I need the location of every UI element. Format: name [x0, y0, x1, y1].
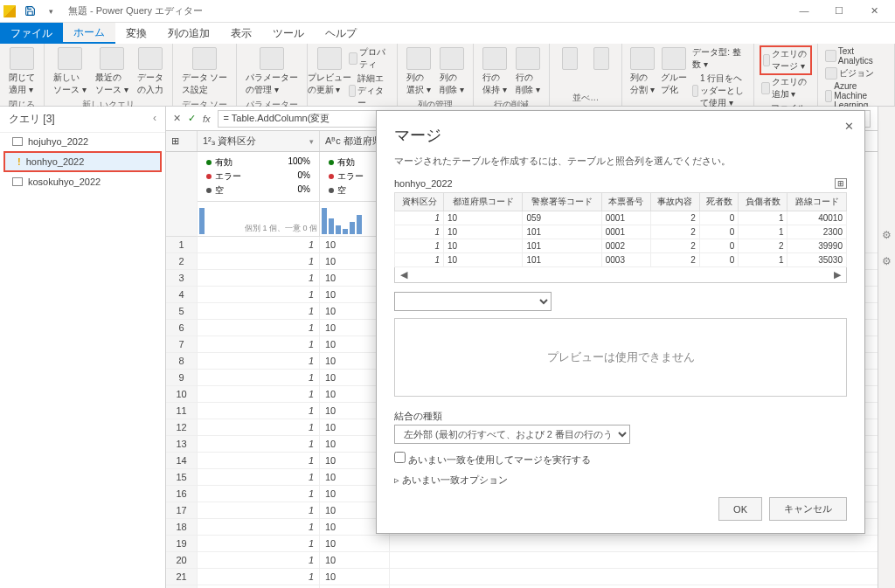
manage-params-button[interactable]: パラメーター の管理 ▾ [242, 45, 302, 98]
sort-asc-button[interactable] [555, 45, 585, 91]
close-step-icon[interactable]: ✕ [173, 113, 181, 124]
scroll-right-icon[interactable]: ▶ [834, 269, 841, 280]
close-button[interactable]: ✕ [857, 5, 892, 17]
properties-button[interactable]: プロパティ [347, 45, 392, 72]
enter-data-button[interactable]: データ の入力 [134, 45, 167, 98]
tab-transform[interactable]: 変換 [115, 23, 157, 44]
scroll-left-icon[interactable]: ◀ [400, 269, 407, 280]
dialog-source-name: honhyo_2022 ⊞ [394, 178, 847, 189]
settings-gear-icon[interactable]: ⚙ [882, 229, 892, 241]
fuzzy-checkbox[interactable]: あいまい一致を使用してマージを実行する [394, 454, 591, 465]
close-apply-button[interactable]: 閉じて 適用 ▾ [5, 45, 38, 98]
queries-panel: クエリ [3] ‹ hojuhyo_2022 !honhyo_2022 koso… [0, 107, 166, 588]
second-table-select[interactable] [394, 292, 552, 311]
sort-desc-button[interactable] [586, 45, 616, 91]
query-item-honhyo[interactable]: !honhyo_2022 [3, 151, 162, 172]
data-type-button[interactable]: データ型: 整数 ▾ [690, 45, 747, 72]
merge-dialog: ✕ マージ マージされたテーブルを作成するには、テーブルと照合列を選んでください… [376, 110, 865, 534]
group-sort: 並べ… [555, 91, 616, 104]
advanced-editor-button[interactable]: 詳細エディター [347, 72, 392, 110]
table-row[interactable]: 20110 [166, 552, 878, 569]
tab-help[interactable]: ヘルプ [315, 23, 367, 44]
merge-queries-button[interactable]: クエリのマージ ▾ [760, 45, 812, 75]
tab-home[interactable]: ホーム [63, 23, 115, 44]
merge-preview-table[interactable]: 資料区分都道府県コード警察署等コード本票番号事故内容死者数負傷者数路線コード 1… [394, 192, 847, 267]
tab-addcolumn[interactable]: 列の追加 [157, 23, 220, 44]
use-first-row-header-button[interactable]: 1 行目をヘッダーとして使用 ▾ [690, 72, 747, 110]
cancel-button[interactable]: キャンセル [769, 497, 847, 521]
table-preview-icon[interactable]: ⊞ [835, 178, 847, 189]
minimize-button[interactable]: — [787, 5, 822, 17]
text-analytics-button[interactable]: Text Analytics [823, 45, 889, 66]
app-logo [3, 5, 16, 17]
settings-gear-icon[interactable]: ⚙ [882, 255, 892, 267]
dialog-close-icon[interactable]: ✕ [844, 120, 854, 133]
query-item-hojuhyo[interactable]: hojuhyo_2022 [0, 133, 165, 150]
datasource-settings-button[interactable]: データ ソー ス設定 [178, 45, 232, 98]
column-header-1[interactable]: 1²₃ 資料区分▾ [198, 131, 320, 151]
join-kind-select[interactable]: 左外部 (最初の行すべて、および 2 番目の行のうち一… [394, 425, 630, 444]
table-icon [12, 177, 23, 186]
table-icon [12, 137, 23, 146]
dialog-title: マージ [394, 125, 847, 146]
choose-columns-button[interactable]: 列の 選択 ▾ [403, 45, 434, 98]
save-icon[interactable] [21, 3, 38, 20]
apply-step-icon[interactable]: ✓ [188, 113, 196, 124]
fx-label: fx [203, 114, 211, 124]
vision-button[interactable]: ビジョン [823, 66, 889, 80]
join-kind-label: 結合の種類 [394, 411, 442, 421]
table-row[interactable]: 21110 [166, 569, 878, 585]
second-preview-unavailable: プレビューは使用できません [394, 318, 847, 397]
qat-dropdown-icon[interactable]: ▾ [42, 3, 59, 20]
keep-rows-button[interactable]: 行の 保持 ▾ [479, 45, 510, 98]
tab-tools[interactable]: ツール [262, 23, 315, 44]
window-title: 無題 - Power Query エディター [68, 4, 203, 17]
queries-collapse-icon[interactable]: ‹ [153, 112, 156, 127]
corner-cell[interactable]: ⊞ [166, 131, 198, 151]
remove-columns-button[interactable]: 列の 削除 ▾ [436, 45, 468, 98]
dialog-desc: マージされたテーブルを作成するには、テーブルと照合列を選んでください。 [394, 155, 847, 168]
append-queries-button[interactable]: クエリの追加 ▾ [760, 75, 812, 101]
maximize-button[interactable]: ☐ [822, 5, 857, 17]
new-source-button[interactable]: 新しい ソース ▾ [50, 45, 90, 98]
tab-view[interactable]: 表示 [220, 23, 262, 44]
fuzzy-options-expander[interactable]: ▹ あいまい一致オプション [394, 474, 847, 487]
query-item-kosokuhyo[interactable]: kosokuhyo_2022 [0, 173, 165, 190]
queries-title: クエリ [3] [9, 112, 55, 127]
table-row[interactable]: 19110 [166, 536, 878, 552]
warning-icon: ! [17, 156, 21, 167]
recent-sources-button[interactable]: 最近の ソース ▾ [92, 45, 132, 98]
ok-button[interactable]: OK [718, 497, 762, 521]
tab-file[interactable]: ファイル [0, 23, 63, 44]
remove-rows-button[interactable]: 行の 削除 ▾ [512, 45, 544, 98]
